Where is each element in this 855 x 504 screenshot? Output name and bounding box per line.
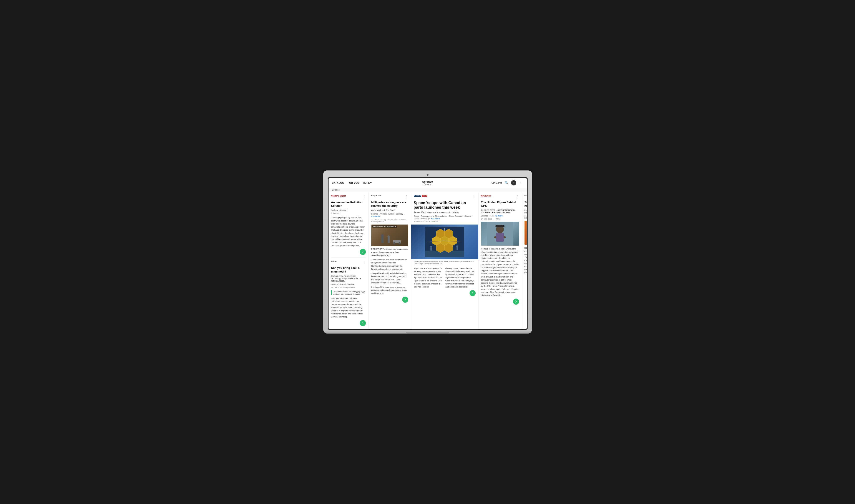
article-meta-space: 21 Dec 2021 · BOB WEBER (414, 221, 476, 223)
read-more-pollution[interactable] (360, 249, 366, 255)
source-logo-wired: Wired (331, 260, 337, 263)
svg-point-29 (504, 236, 506, 238)
article-tags-space: Space Telescopes and Observatories Space… (414, 215, 476, 220)
article-title-pollution: An Innovative Pollution Solution (331, 201, 366, 208)
arrow-right-icon (514, 300, 518, 303)
svg-point-3 (387, 235, 390, 238)
read-more-gladys[interactable] (513, 299, 519, 305)
more-options-button[interactable]: ⋮ (518, 180, 523, 185)
svg-point-1 (381, 234, 384, 237)
article-header-space: BANNER STAR ⋮ (414, 195, 476, 199)
source-logo-banner: BANNER STAR (414, 195, 428, 197)
nav-for-you[interactable]: FOR YOU (348, 181, 359, 185)
arrow-right-icon (361, 250, 364, 253)
article-title-space: Space 'scope with Canadian parts launche… (414, 201, 476, 210)
more-tags-space[interactable]: +23 more (431, 218, 440, 220)
read-more-millipedes[interactable] (402, 296, 408, 303)
nav-more[interactable]: MORE ▾ (363, 182, 371, 184)
article-header-pollution: Reader's Digest ⋮ (331, 195, 366, 199)
screen: CATALOG FOR YOU MORE ▾ Science Canada Gi… (329, 178, 527, 329)
more-tags-millipedes[interactable]: +15 more (371, 215, 380, 218)
article-body-pollution: Growing up kayaking around the southwest… (331, 216, 366, 247)
article-title-millipedes: Millipedes as long as cars roamed the co… (371, 201, 408, 208)
article-meta-millipedes: 21 Dec 2021 · By Victoria Allen Science … (371, 218, 408, 223)
svg-rect-26 (498, 225, 502, 227)
article-tags-stemcell: Medicine Science Health Mental Health (524, 209, 527, 214)
read-more-mammoth[interactable] (360, 320, 366, 326)
camera (427, 174, 429, 176)
featured-body: Technicians lift the mirror of the James… (411, 260, 478, 299)
article-body-space: Right now, in a solar system far, far aw… (414, 267, 476, 289)
search-button[interactable]: 🔍 (504, 180, 509, 185)
article-subtitle-mammoth: Cutting-edge gene-editing technology mig… (331, 275, 366, 282)
article-col-gladys: Newsweek ⋮ The Hidden Figure Behind GPS … (478, 192, 522, 329)
arrow-right-icon (404, 298, 407, 301)
svg-rect-0 (381, 237, 384, 243)
article-col-1: Reader's Digest ⋮ An Innovative Pollutio… (329, 192, 369, 329)
article-body-millipedes-3: The prehistoric millipede is believed to… (371, 272, 408, 284)
arrow-right-icon (361, 322, 364, 325)
article-body-gladys: It's hard to imagine a world without the… (481, 247, 519, 297)
article-body-space-right: density. Could oceans lap the shores of … (446, 267, 476, 289)
svg-point-20 (430, 246, 432, 248)
article-tags-mammoth: Science Animals Wildlife (331, 283, 366, 286)
article-subtitle-space: James Webb telescope is successor to Hub… (414, 211, 476, 214)
source-logo-daily-mail-1: Daily ✦ Mail (371, 195, 381, 197)
gift-cards-button[interactable]: Gift Cards (491, 182, 502, 184)
article-tags-millipedes: Science Animals Wildlife Zoology +15 mor… (371, 213, 408, 218)
featured-header: BANNER STAR ⋮ Space 'scope with Canadian… (411, 192, 478, 223)
article-meta-gladys: 24 Dec 2021 · — M.G. (481, 218, 519, 220)
article-header-mammoth: Wired ⋮ (331, 260, 366, 265)
article-title-mammoth: Can you bring back a mammoth? (331, 266, 366, 274)
search-icon: 🔍 (505, 181, 508, 184)
article-image-space (411, 224, 478, 259)
webb-telescope-graphic (425, 227, 464, 257)
user-avatar[interactable]: ✕ (511, 180, 516, 185)
article-options-millipedes[interactable]: ⋮ (405, 195, 408, 199)
laptop-container: CATALOG FOR YOU MORE ▾ Science Canada Gi… (323, 170, 532, 334)
article-tags-pollution: Ecology Science (331, 209, 366, 211)
nav-left: CATALOG FOR YOU MORE ▾ (332, 181, 372, 185)
article-col-featured: BANNER STAR ⋮ Space 'scope with Canadian… (411, 192, 478, 329)
svg-rect-19 (431, 247, 432, 251)
article-body-mammoth: Ever since Michael Crichton published Ju… (331, 297, 366, 319)
svg-point-6 (399, 242, 401, 244)
page-subtitle: Canada (422, 183, 433, 186)
article-title-gladys: The Hidden Figure Behind GPS (481, 201, 519, 208)
article-meta-pollution: 1 Jan 2022 (331, 212, 366, 214)
chevron-down-icon: ▾ (370, 182, 371, 184)
content-area: Reader's Digest ⋮ An Innovative Pollutio… (329, 192, 527, 329)
nav-right: Gift Cards 🔍 ✕ ⋮ (491, 180, 523, 185)
article-options-pollution[interactable]: ⋮ (363, 195, 366, 199)
article-pollution: Reader's Digest ⋮ An Innovative Pollutio… (331, 195, 366, 247)
source-logo-readers-digest: Reader's Digest (331, 195, 346, 197)
article-meta-stemcell: 21 Dec 2021 +8 more · By ROGER DOBSON (524, 215, 527, 219)
article-body-space-left: Right now, in a solar system far, far aw… (414, 267, 444, 289)
nav-catalog[interactable]: CATALOG (332, 181, 344, 185)
read-more-space[interactable] (470, 290, 476, 296)
article-col-2: Daily ✦ Mail ⋮ Millipedes as long as car… (369, 192, 411, 329)
article-header-millipedes: Daily ✦ Mail ⋮ (371, 195, 408, 199)
laptop-body: CATALOG FOR YOU MORE ▾ Science Canada Gi… (323, 170, 532, 330)
svg-rect-21 (456, 247, 458, 250)
article-tags-gladys: Science Tech +1 more (481, 215, 519, 217)
article-col-stemcell: Daily ✦ Mail ⋮ Stem cells from teeth to … (522, 192, 527, 329)
article-body-millipedes-4: It is thought to have been a fearsome pr… (371, 286, 408, 295)
article-highlight-mammoth: Asian elephants could supply eggs and ac… (331, 290, 366, 295)
svg-rect-27 (496, 233, 504, 242)
article-options-mammoth[interactable]: ⋮ (363, 260, 366, 265)
article-title-stemcell: Stem cells from teeth to help treat depr… (524, 201, 527, 208)
svg-point-28 (494, 236, 496, 238)
gladys-illustration (487, 222, 513, 246)
article-body-millipedes-2: Their existence has been confirmed by an… (371, 258, 408, 271)
article-image-gladys (481, 222, 519, 246)
article-header-stemcell: Daily ✦ Mail ⋮ (524, 195, 527, 199)
article-body-stemcell: DEnTal pulp taken from the centre of ext… (524, 247, 527, 274)
arrow-right-icon (471, 292, 474, 295)
source-logo-daily-mail-2: Daily ✦ Mail (524, 195, 527, 197)
top-nav-bar: CATALOG FOR YOU MORE ▾ Science Canada Gi… (329, 178, 527, 188)
article-options-gladys[interactable]: ⋮ (516, 195, 519, 199)
more-tags-gladys[interactable]: +1 more (495, 215, 503, 217)
article-options-space[interactable]: ⋮ (472, 195, 476, 199)
svg-point-22 (456, 245, 458, 247)
